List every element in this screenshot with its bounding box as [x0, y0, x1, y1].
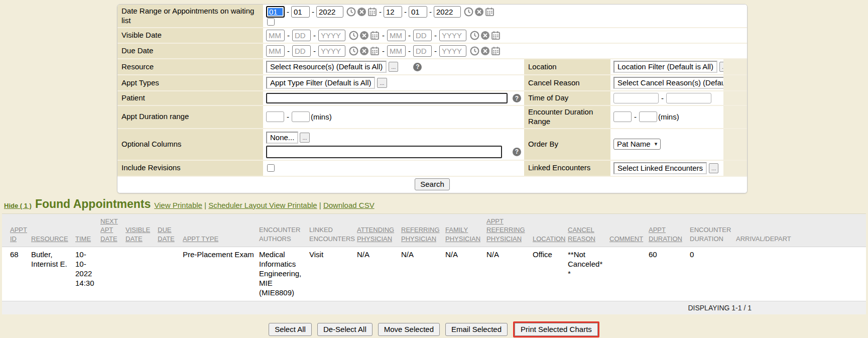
visible-date-from-month-input[interactable]	[266, 30, 285, 41]
order-by-value: Pat Name	[617, 140, 651, 148]
clear-date-icon[interactable]	[480, 46, 490, 56]
waiting-list-checkbox[interactable]	[267, 18, 275, 26]
sort-link-attending-physician[interactable]: ATTENDING PHYSICIAN	[357, 226, 394, 243]
sort-link-location[interactable]: LOCATION	[533, 235, 566, 243]
cell-attending-physician: N/A	[357, 247, 401, 301]
hide-results-link[interactable]: Hide ( 1 )	[4, 202, 32, 209]
encounter-duration-to-input[interactable]	[639, 111, 657, 122]
calendar-picker-icon[interactable]	[491, 46, 501, 56]
cell-resource: Butler, Internist E.	[31, 247, 75, 301]
clear-date-icon[interactable]	[359, 46, 369, 56]
sort-link-referring-physician[interactable]: REFERRING PHYSICIAN	[401, 226, 440, 243]
time-picker-icon[interactable]	[470, 31, 479, 40]
sort-link-appt-duration[interactable]: APPT DURATION	[649, 226, 682, 243]
sort-link-family-physician[interactable]: FAMILY PHYSICIAN	[445, 226, 480, 243]
sort-link-cancel-reason[interactable]: CANCEL REASON	[568, 226, 595, 243]
resource-filter-select[interactable]: Select Resource(s) (Default is All)	[266, 61, 387, 73]
patient-input[interactable]	[266, 93, 508, 103]
sort-link-appt-referring-physician[interactable]: APPT REFERRING PHYSICIAN	[486, 217, 525, 243]
date-separator: -	[287, 8, 289, 16]
resource-cell: Select Resource(s) (Default is All) ... …	[263, 59, 524, 74]
optional-columns-input[interactable]	[266, 146, 502, 158]
sort-link-appt-type[interactable]: APPT TYPE	[183, 235, 218, 243]
due-date-from-month-input[interactable]	[266, 45, 285, 57]
time-picker-icon[interactable]	[346, 7, 356, 17]
location-filter-select[interactable]: Location Filter (Default is All)	[613, 61, 717, 73]
results-link-download-csv[interactable]: Download CSV	[323, 201, 375, 209]
linked-encounters-browse-button[interactable]: ...	[709, 163, 718, 173]
due-date-to-year-input[interactable]	[439, 45, 466, 57]
time-picker-icon[interactable]	[349, 46, 358, 56]
results-link-scheduler-layout-view-printable[interactable]: Scheduler Layout View Printable	[208, 201, 317, 209]
sort-link-visible-date[interactable]: VISIBLE DATE	[126, 226, 150, 243]
time-of-day-to-input[interactable]	[666, 93, 711, 103]
date-range-to-day-input[interactable]	[409, 6, 427, 18]
appt-type-filter-select[interactable]: Appt Type Filter (Default is All)	[266, 77, 375, 89]
order-by-select[interactable]: Pat Name ▾	[613, 139, 661, 150]
due-date-to-month-input[interactable]	[387, 45, 406, 57]
resource-browse-button[interactable]: ...	[389, 62, 398, 72]
clear-date-icon[interactable]	[357, 7, 366, 17]
cell-family-physician: N/A	[445, 247, 486, 301]
visible-date-from-year-input[interactable]	[318, 30, 345, 41]
column-header-appt-referring-physician: APPT REFERRING PHYSICIAN	[486, 213, 533, 247]
appt-duration-to-input[interactable]	[292, 111, 310, 122]
calendar-picker-icon[interactable]	[370, 31, 380, 40]
sort-link-resource[interactable]: RESOURCE	[31, 235, 68, 243]
de-select-all-button[interactable]: De-Select All	[317, 323, 373, 336]
time-picker-icon[interactable]	[470, 46, 479, 56]
appt-type-browse-button[interactable]: ...	[377, 78, 387, 88]
move-selected-button[interactable]: Move Selected	[378, 323, 440, 336]
clear-date-icon[interactable]	[474, 7, 484, 17]
time-of-day-from-input[interactable]	[613, 93, 659, 103]
appointment-row: 68Butler, Internist E.10-10-2022 14:30Pr…	[2, 247, 866, 301]
email-selected-button[interactable]: Email Selected	[445, 323, 508, 336]
patient-help-icon[interactable]: ?	[513, 94, 521, 102]
clear-date-icon[interactable]	[480, 31, 490, 40]
select-all-button[interactable]: Select All	[269, 323, 312, 336]
encounter-duration-from-input[interactable]	[613, 111, 632, 122]
calendar-picker-icon[interactable]	[491, 31, 501, 40]
sort-link-due-date[interactable]: DUE DATE	[158, 226, 175, 243]
location-label: Location	[524, 59, 610, 74]
appt-duration-units: (mins)	[311, 112, 332, 121]
due-date-from-year-input[interactable]	[318, 45, 345, 57]
appt-duration-from-input[interactable]	[266, 111, 284, 122]
calendar-picker-icon[interactable]	[367, 7, 377, 17]
resource-help-icon[interactable]: ?	[413, 63, 422, 71]
visible-date-to-year-input[interactable]	[439, 30, 466, 41]
clear-date-icon[interactable]	[359, 31, 369, 40]
sort-link-appt-id[interactable]: APPT ID	[10, 226, 27, 243]
date-range-from-month-input[interactable]	[266, 6, 285, 18]
results-link-view-printable[interactable]: View Printable	[154, 201, 202, 209]
include-revisions-checkbox[interactable]	[267, 164, 275, 172]
cell-cancel-reason: **Not Canceled**	[568, 247, 609, 301]
time-picker-icon[interactable]	[464, 7, 473, 17]
print-selected-charts-button[interactable]: Print Selected Charts	[515, 323, 598, 336]
due-date-from-day-input[interactable]	[292, 45, 311, 57]
date-range-to-year-input[interactable]	[434, 6, 461, 18]
linked-encounters-select[interactable]: Select Linked Encounters	[613, 162, 707, 174]
date-range-to-month-input[interactable]	[384, 6, 402, 18]
search-button[interactable]: Search	[415, 178, 450, 190]
sort-link-comment[interactable]: COMMENT	[609, 235, 643, 243]
date-range-from-year-input[interactable]	[316, 6, 343, 18]
form-row-revisions-linked: Include Revisions Linked Encounters Sele…	[117, 161, 747, 177]
visible-date-to-month-input[interactable]	[387, 30, 406, 41]
sort-link-time[interactable]: TIME	[75, 235, 91, 243]
visible-date-to-day-input[interactable]	[413, 30, 432, 41]
calendar-picker-icon[interactable]	[370, 46, 380, 56]
time-picker-icon[interactable]	[349, 31, 358, 40]
due-date-to-day-input[interactable]	[413, 45, 432, 57]
calendar-picker-icon[interactable]	[485, 7, 494, 17]
sort-link-next-apt-date[interactable]: NEXT APT DATE	[100, 217, 118, 243]
cell-appt-type: Pre-Placement Exam	[183, 247, 259, 301]
appt-types-cell: Appt Type Filter (Default is All) ...	[263, 75, 524, 90]
optional-columns-browse-button[interactable]: ...	[300, 133, 309, 143]
optional-columns-select[interactable]: None...	[266, 132, 298, 144]
table-footer: DISPLAYING 1-1 / 1	[2, 301, 866, 314]
visible-date-from-day-input[interactable]	[292, 30, 311, 41]
date-range-from-day-input[interactable]	[291, 6, 310, 18]
optional-columns-help-icon[interactable]: ?	[513, 148, 521, 156]
header-row: APPT IDRESOURCETIMENEXT APT DATEVISIBLE …	[2, 213, 866, 247]
